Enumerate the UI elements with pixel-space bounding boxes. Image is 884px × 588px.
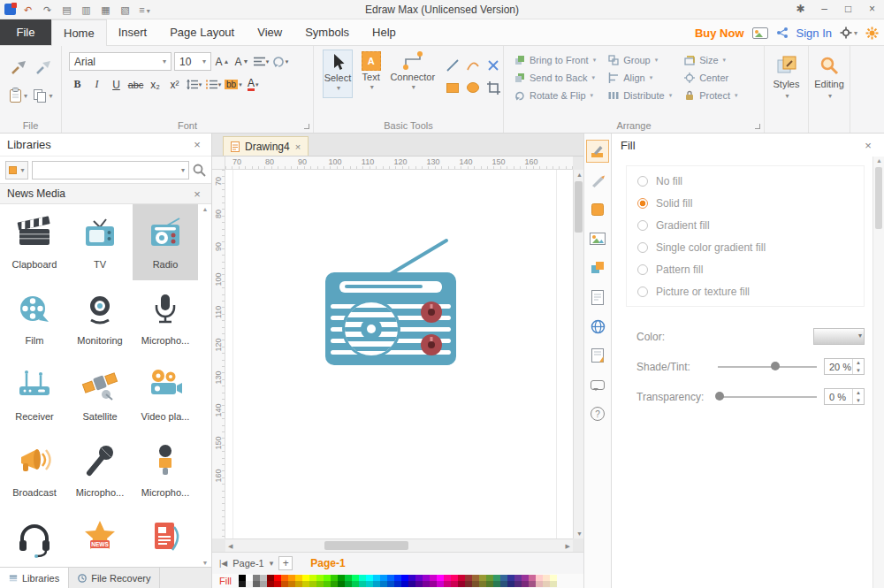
palette-color[interactable]: [359, 575, 366, 581]
palette-color[interactable]: [486, 575, 493, 581]
palette-color[interactable]: [543, 575, 550, 581]
palette-color[interactable]: [479, 575, 486, 581]
increase-font-icon[interactable]: A▲: [214, 53, 231, 70]
arrange-dialog-launcher-icon[interactable]: [755, 124, 760, 129]
palette-color[interactable]: [465, 575, 472, 581]
spin-up-icon[interactable]: ▲: [853, 389, 864, 397]
font-size-select[interactable]: 10▾: [174, 52, 211, 71]
hyperlink-tool[interactable]: [586, 315, 609, 338]
options-gear-icon[interactable]: ▾: [840, 27, 857, 39]
palette-color[interactable]: [514, 575, 522, 581]
palette-color[interactable]: [387, 581, 394, 587]
palette-color[interactable]: [423, 581, 430, 587]
highlight-color-button[interactable]: bb▾: [225, 76, 242, 93]
library-item-broadcast[interactable]: Broadcast: [2, 432, 67, 508]
palette-color[interactable]: [239, 575, 246, 581]
palette-color[interactable]: [281, 581, 288, 587]
scroll-up-icon[interactable]: ▲: [200, 206, 210, 212]
palette-color[interactable]: [529, 575, 536, 581]
text-rotate-icon[interactable]: ▾: [272, 53, 289, 70]
library-item-microphone[interactable]: Micropho...: [133, 280, 198, 356]
library-item-news-document[interactable]: [133, 508, 198, 567]
subscript-button[interactable]: x₂: [147, 76, 164, 93]
palette-color[interactable]: [345, 575, 352, 581]
library-section-close-icon[interactable]: ×: [190, 187, 204, 201]
format-painter-icon[interactable]: [6, 53, 31, 81]
palette-color[interactable]: [267, 575, 274, 581]
color-swatch-dropdown[interactable]: [813, 328, 865, 345]
library-item-clapboard[interactable]: Clapboard: [2, 204, 67, 280]
palette-color[interactable]: [536, 581, 543, 587]
strikethrough-button[interactable]: abc: [127, 76, 144, 93]
scroll-down-icon[interactable]: ▼: [576, 531, 583, 537]
add-page-button[interactable]: +: [278, 556, 293, 570]
shade-tint-spinner[interactable]: 20 % ▲▼: [824, 358, 865, 375]
rotate-flip-button[interactable]: Rotate & Flip▾: [514, 90, 596, 101]
palette-color[interactable]: [260, 581, 267, 587]
page-nav-label[interactable]: Page-1: [232, 558, 263, 569]
palette-color[interactable]: [260, 575, 267, 581]
transparency-spinner[interactable]: 0 % ▲▼: [824, 388, 865, 405]
crop-tool-icon[interactable]: [484, 77, 503, 98]
first-page-icon[interactable]: |◀: [219, 559, 227, 568]
palette-color[interactable]: [380, 581, 387, 587]
spin-down-icon[interactable]: ▼: [853, 397, 864, 405]
tab-page-layout[interactable]: Page Layout: [158, 19, 246, 45]
palette-color[interactable]: [472, 575, 479, 581]
insert-picture-tool[interactable]: [586, 227, 609, 250]
palette-color[interactable]: [324, 575, 331, 581]
document-tab-drawing4[interactable]: Drawing4 ×: [223, 136, 309, 156]
palette-color[interactable]: [437, 581, 444, 587]
palette-color[interactable]: [288, 581, 295, 587]
fill-panel-close-icon[interactable]: ×: [861, 139, 875, 152]
scroll-left-icon[interactable]: ◀: [228, 543, 232, 550]
palette-color[interactable]: [246, 581, 253, 587]
font-family-select[interactable]: Arial▾: [69, 52, 171, 71]
palette-color[interactable]: [408, 575, 415, 581]
palette-color[interactable]: [444, 575, 451, 581]
comment-tool[interactable]: [586, 373, 609, 396]
palette-color[interactable]: [472, 581, 479, 587]
palette-color[interactable]: [451, 581, 458, 587]
vertical-scrollbar[interactable]: ▲ ▼: [573, 170, 583, 538]
transparency-slider[interactable]: [718, 388, 817, 405]
help-tool[interactable]: ?: [586, 402, 609, 425]
library-scrollbar[interactable]: ▲ ▼: [200, 206, 210, 566]
palette-color[interactable]: [253, 575, 260, 581]
palette-color[interactable]: [522, 575, 529, 581]
palette-color[interactable]: [479, 581, 486, 587]
palette-color[interactable]: [444, 581, 451, 587]
palette-color[interactable]: [316, 581, 324, 587]
page-dropdown-icon[interactable]: ▾: [270, 559, 274, 568]
distribute-button[interactable]: Distribute▾: [608, 90, 672, 101]
palette-color[interactable]: [423, 575, 430, 581]
palette-color[interactable]: [408, 581, 415, 587]
palette-color[interactable]: [352, 581, 359, 587]
library-item-tv[interactable]: TV: [67, 204, 133, 280]
library-item-headphones[interactable]: [2, 508, 67, 567]
bring-to-front-button[interactable]: Bring to Front▾: [514, 55, 596, 65]
shape-tool[interactable]: [586, 198, 609, 221]
palette-color[interactable]: [295, 575, 302, 581]
superscript-button[interactable]: x²: [166, 76, 183, 93]
palette-color[interactable]: [331, 575, 338, 581]
palette-color[interactable]: [253, 581, 260, 587]
fill-option-solid-fill[interactable]: Solid fill: [627, 192, 864, 214]
palette-color[interactable]: [430, 581, 437, 587]
radio-shape[interactable]: [318, 230, 482, 371]
palette-color[interactable]: [302, 581, 309, 587]
library-menu-button[interactable]: ▾: [5, 161, 28, 179]
line-style-tool[interactable]: [586, 169, 609, 192]
bullet-list-icon[interactable]: ▾: [205, 76, 222, 93]
palette-color[interactable]: [415, 581, 423, 587]
library-search-input[interactable]: ▾: [32, 161, 189, 179]
sign-in-link[interactable]: Sign In: [796, 27, 832, 40]
open-icon[interactable]: ▥: [79, 3, 94, 17]
customize-toolbar-icon[interactable]: ≡▾: [137, 3, 152, 17]
shapes-layer-tool[interactable]: [586, 256, 609, 279]
new-document-icon[interactable]: ▤: [59, 3, 74, 17]
page-setup-tool[interactable]: [586, 286, 609, 309]
search-icon[interactable]: [193, 164, 206, 177]
connector-tool-button[interactable]: Connector▾: [390, 50, 436, 98]
library-item-radio[interactable]: Radio: [133, 204, 198, 280]
